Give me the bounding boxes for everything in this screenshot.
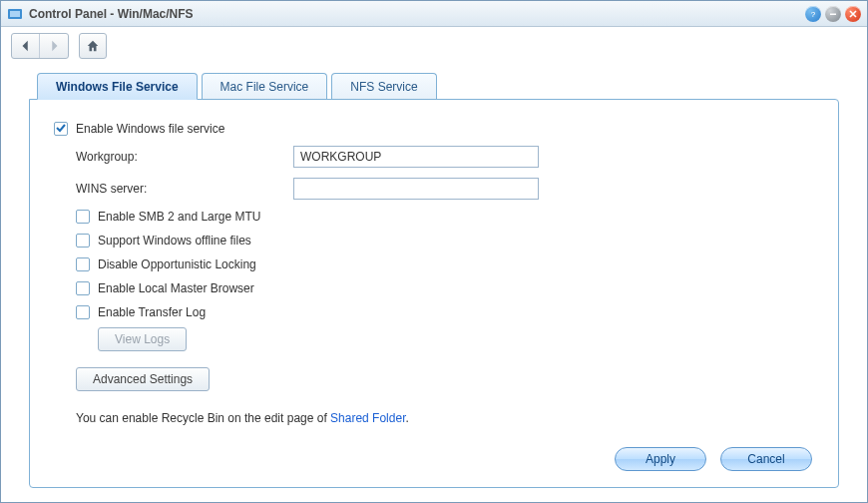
option-offline-label: Support Windows offline files [98,234,251,248]
workgroup-input[interactable] [293,146,539,168]
advanced-row: Advanced Settings [76,367,812,391]
enable-windows-file-service-checkbox[interactable] [54,122,68,136]
option-offline-checkbox[interactable] [76,234,90,248]
option-xferlog-row: Enable Transfer Log [76,305,812,319]
enable-row: Enable Windows file service [54,122,812,136]
workgroup-label: Workgroup: [76,150,293,164]
workgroup-row: Workgroup: [76,146,812,168]
option-master-row: Enable Local Master Browser [76,281,812,295]
option-smb2-row: Enable SMB 2 and Large MTU [76,210,812,224]
cancel-button[interactable]: Cancel [720,447,812,471]
footer-note-prefix: You can enable Recycle Bin on the edit p… [76,411,330,425]
window-title: Control Panel - Win/Mac/NFS [29,7,799,21]
view-logs-button[interactable]: View Logs [98,327,187,351]
option-smb2-label: Enable SMB 2 and Large MTU [98,210,260,224]
option-master-checkbox[interactable] [76,281,90,295]
option-oplock-label: Disable Opportunistic Locking [98,257,256,271]
nav-back-forward [11,33,69,59]
svg-text:?: ? [811,10,816,19]
nav-back-button[interactable] [12,34,40,58]
shared-folder-link[interactable]: Shared Folder [330,411,405,425]
svg-rect-3 [830,13,836,15]
tab-nfs-service[interactable]: NFS Service [331,73,436,99]
nav-forward-button[interactable] [40,34,68,58]
enable-windows-file-service-label: Enable Windows file service [76,122,224,136]
option-oplock-checkbox[interactable] [76,257,90,271]
option-master-label: Enable Local Master Browser [98,281,254,295]
content-area: Windows File Service Mac File Service NF… [1,65,867,502]
wins-row: WINS server: [76,178,812,200]
titlebar: Control Panel - Win/Mac/NFS ? [1,1,867,27]
tab-windows-file-service[interactable]: Windows File Service [37,73,198,100]
help-button[interactable]: ? [805,6,821,22]
option-offline-row: Support Windows offline files [76,234,812,248]
tab-mac-file-service[interactable]: Mac File Service [202,73,328,99]
svg-rect-1 [10,11,20,17]
tab-panel-windows: Enable Windows file service Workgroup: W… [29,99,839,488]
app-icon [7,6,23,22]
option-smb2-checkbox[interactable] [76,210,90,224]
close-button[interactable] [845,6,861,22]
option-xferlog-checkbox[interactable] [76,305,90,319]
nav-toolbar [1,27,867,65]
option-oplock-row: Disable Opportunistic Locking [76,257,812,271]
footer-note-suffix: . [405,411,408,425]
apply-button[interactable]: Apply [615,447,706,471]
advanced-settings-button[interactable]: Advanced Settings [76,367,210,391]
nav-home-button[interactable] [79,33,107,59]
option-xferlog-label: Enable Transfer Log [98,305,206,319]
window-buttons: ? [805,6,861,22]
wins-server-label: WINS server: [76,182,293,196]
wins-server-input[interactable] [293,178,539,200]
dialog-button-bar: Apply Cancel [54,431,812,471]
view-logs-row: View Logs [98,327,812,351]
control-panel-window: Control Panel - Win/Mac/NFS ? Windows Fi… [0,0,868,503]
tab-bar: Windows File Service Mac File Service NF… [37,73,839,99]
minimize-button[interactable] [825,6,841,22]
footer-note: You can enable Recycle Bin on the edit p… [76,411,812,425]
